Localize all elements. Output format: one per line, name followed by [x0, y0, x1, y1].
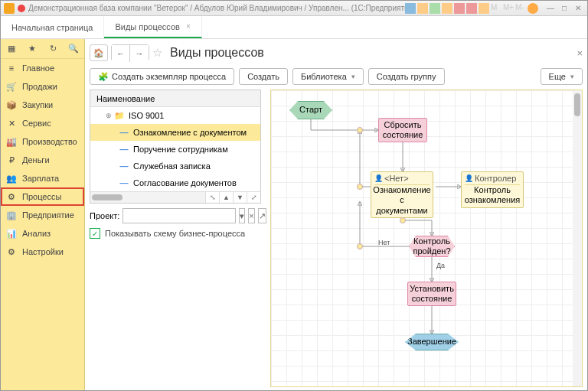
tree-row-item[interactable]: —Поручение сотрудникам — [90, 141, 260, 158]
node-decision[interactable]: Контроль пройден? — [409, 236, 455, 257]
nav-analysis[interactable]: 📊Анализ — [1, 224, 84, 243]
nav-service[interactable]: ✕Сервис — [1, 114, 84, 132]
tree-row-folder[interactable]: ⊕📁ISO 9001 — [90, 107, 260, 124]
tree-expand-all[interactable]: ⤢ — [247, 192, 260, 203]
tab-close-icon[interactable]: × — [186, 22, 191, 31]
nav-settings[interactable]: ⚙Настройки — [1, 243, 84, 261]
tree-move-down[interactable]: ▼ — [233, 192, 247, 203]
nav-production[interactable]: 🏭Производство — [1, 132, 84, 151]
tree-header[interactable]: Наименование — [90, 90, 260, 107]
edge-label-yes: Да — [436, 262, 445, 269]
tabs: Начальная страница Виды процессов× — [1, 16, 587, 39]
tab-process-types[interactable]: Виды процессов× — [104, 16, 201, 38]
favorite-icon[interactable]: ☆ — [152, 46, 162, 60]
project-clear[interactable]: × — [248, 208, 254, 223]
star-icon[interactable]: ★ — [27, 44, 38, 54]
more-button[interactable]: Еще — [541, 68, 583, 85]
tree-row-item[interactable]: —Служебная записка — [90, 158, 260, 174]
flow-point — [357, 243, 363, 249]
maximize-button[interactable]: □ — [558, 3, 570, 14]
nav-purchase[interactable]: 📦Закупки — [1, 96, 84, 114]
search-icon[interactable]: 🔍 — [68, 44, 79, 54]
page-title: Виды процессов — [170, 46, 264, 60]
status-dot — [18, 5, 25, 12]
library-button[interactable]: Библиотека — [292, 68, 364, 85]
tree-pane: Наименование ⊕📁ISO 9001 —Ознакомление с … — [90, 90, 261, 204]
back-button[interactable]: ← — [112, 45, 130, 62]
nav-money[interactable]: ₽Деньги — [1, 151, 84, 169]
history-icon[interactable]: ↻ — [47, 44, 58, 54]
nav-company[interactable]: 🏢Предприятие — [1, 206, 84, 224]
nav-sales[interactable]: 🛒Продажи — [1, 77, 84, 96]
project-dropdown[interactable]: ▾ — [239, 208, 245, 223]
nav-salary[interactable]: 👥Зарплата — [1, 169, 84, 187]
flow-point — [400, 217, 406, 223]
node-end[interactable]: Завершение — [405, 334, 459, 350]
tree-row-item[interactable]: —Согласование документов — [90, 174, 260, 191]
diagram-scrollbar[interactable] — [573, 90, 582, 386]
project-label: Проект: — [90, 211, 119, 220]
edge-label-no: Нет — [378, 239, 390, 246]
tab-start-page[interactable]: Начальная страница — [1, 16, 104, 38]
create-group-button[interactable]: Создать группу — [368, 68, 445, 85]
show-scheme-checkbox[interactable]: ✓ — [90, 228, 100, 239]
node-set[interactable]: Установить состояние — [407, 282, 456, 306]
diagram-canvas[interactable]: Старт Сбросить состояние <Нет>Ознакомлен… — [270, 90, 583, 387]
title-toolbar: ​​​ ​​​ ​M M+M- ​ — [405, 3, 538, 14]
window-title: Демонстрационная база компании "Ветерок"… — [28, 4, 405, 12]
tree-collapse-all[interactable]: ⤡ — [205, 192, 219, 203]
tree-row-item[interactable]: —Ознакомление с документом — [90, 124, 260, 141]
nav-main[interactable]: ≡Главное — [1, 59, 84, 77]
nav-processes[interactable]: ⚙Процессы — [1, 187, 84, 206]
forward-button[interactable]: → — [130, 45, 149, 62]
show-scheme-label: Показывать схему бизнес-процесса — [105, 229, 245, 238]
flow-point — [357, 184, 363, 190]
create-instance-button[interactable]: 🧩Создать экземпляр процесса — [90, 68, 234, 85]
flow-point — [357, 127, 363, 133]
node-start[interactable]: Старт — [289, 101, 332, 119]
node-control[interactable]: КонтролерКонтроль ознакомления — [461, 171, 524, 208]
close-button[interactable]: ✕ — [572, 3, 584, 14]
menu-icon[interactable]: ▦ — [6, 44, 17, 54]
tab-label: Виды процессов — [115, 22, 179, 31]
sidebar: ▦ ★ ↻ 🔍 ≡Главное 🛒Продажи 📦Закупки ✕Серв… — [1, 39, 85, 390]
home-button[interactable]: 🏠 — [90, 44, 108, 61]
project-input[interactable] — [122, 208, 236, 223]
tab-label: Начальная страница — [11, 23, 93, 32]
page-close-icon[interactable]: × — [577, 47, 583, 59]
app-icon — [4, 3, 15, 14]
minimize-button[interactable]: — — [544, 3, 557, 14]
create-button[interactable]: Создать — [239, 68, 288, 85]
tree-move-up[interactable]: ▲ — [219, 192, 233, 203]
tree-scrollbar[interactable] — [90, 192, 205, 203]
project-open[interactable]: ↗ — [258, 208, 266, 223]
titlebar: Демонстрационная база компании "Ветерок"… — [1, 1, 587, 16]
node-review[interactable]: <Нет>Ознакомление с документами — [371, 171, 433, 218]
node-reset[interactable]: Сбросить состояние — [378, 118, 427, 142]
